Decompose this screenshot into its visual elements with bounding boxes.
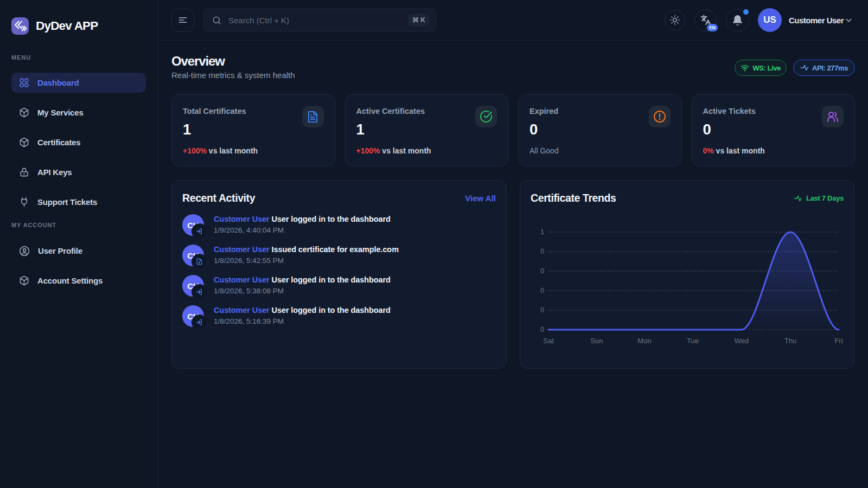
svg-text:0: 0: [540, 326, 544, 333]
svg-text:0: 0: [540, 267, 544, 275]
svg-text:Tue: Tue: [687, 337, 699, 345]
svg-text:Wed: Wed: [735, 337, 749, 345]
svg-text:Fri: Fri: [834, 337, 843, 345]
svg-text:Thu: Thu: [784, 337, 796, 345]
svg-text:Mon: Mon: [637, 337, 651, 345]
svg-text:0: 0: [540, 248, 544, 255]
svg-text:1: 1: [540, 228, 544, 236]
svg-text:Sun: Sun: [590, 337, 603, 345]
svg-text:Sat: Sat: [543, 337, 554, 345]
svg-text:0: 0: [540, 306, 544, 314]
svg-text:0: 0: [540, 287, 544, 294]
